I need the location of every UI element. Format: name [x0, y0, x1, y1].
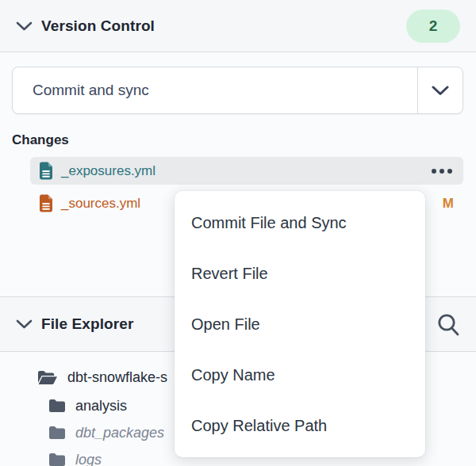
changed-file-name: _sources.yml: [61, 196, 140, 212]
menu-item-revert-file[interactable]: Revert File: [175, 248, 425, 299]
folder-open-icon: [37, 370, 58, 385]
commit-dropdown[interactable]: Commit and sync: [12, 67, 463, 114]
changed-file-name: _exposures.yml: [61, 163, 155, 179]
tree-item-label: dbt-snowflake-s: [67, 369, 167, 386]
folder-icon: [48, 399, 66, 413]
tree-item-label: analysis: [75, 398, 127, 414]
tree-item-dbt-packages[interactable]: dbt_packages: [48, 419, 164, 446]
chevron-down-icon[interactable]: [16, 319, 33, 329]
tree-item-label: logs: [75, 452, 102, 466]
version-control-title: Version Control: [41, 17, 155, 35]
menu-item-open-file[interactable]: Open File: [175, 299, 425, 350]
search-icon[interactable]: [436, 312, 460, 337]
modified-status-badge: M: [443, 196, 454, 212]
more-options-button[interactable]: [430, 164, 454, 178]
chevron-down-icon: [432, 86, 449, 96]
menu-item-commit-file-and-sync[interactable]: Commit File and Sync: [175, 197, 425, 248]
tree-item-logs[interactable]: logs: [48, 446, 102, 466]
ide-side-panel: Version Control 2 Commit and sync Change…: [0, 0, 476, 466]
commit-dropdown-toggle[interactable]: [418, 67, 463, 113]
folder-icon: [48, 453, 66, 466]
changed-file-row-exposures[interactable]: _exposures.yml: [30, 157, 463, 185]
commit-button[interactable]: Commit and sync: [13, 67, 417, 113]
yml-file-icon: [38, 162, 54, 180]
tree-item-project-root[interactable]: dbt-snowflake-s: [37, 364, 167, 391]
file-context-menu: Commit File and Sync Revert File Open Fi…: [175, 191, 425, 457]
changes-count-badge: 2: [406, 10, 460, 43]
tree-item-analysis[interactable]: analysis: [48, 392, 127, 419]
file-explorer-title: File Explorer: [41, 315, 133, 333]
commit-button-label: Commit and sync: [33, 82, 149, 99]
yml-file-icon: [38, 194, 54, 212]
changes-section-label: Changes: [12, 132, 69, 148]
menu-item-copy-relative-path[interactable]: Copy Relative Path: [175, 400, 425, 451]
menu-item-copy-name[interactable]: Copy Name: [175, 350, 425, 400]
version-control-header[interactable]: Version Control 2: [0, 0, 476, 52]
tree-item-label: dbt_packages: [75, 425, 164, 441]
chevron-down-icon[interactable]: [16, 21, 33, 31]
folder-icon: [48, 426, 66, 440]
